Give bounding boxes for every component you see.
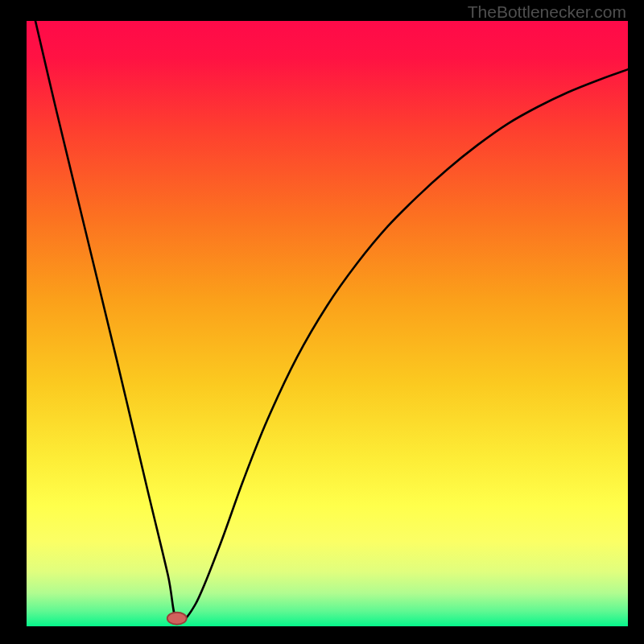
curve-layer [27, 21, 628, 626]
watermark-text: TheBottlenecker.com [468, 2, 626, 22]
bottleneck-curve [32, 21, 628, 621]
chart-stage: TheBottlenecker.com [0, 0, 644, 644]
optimal-point-marker [167, 613, 187, 625]
plot-area [27, 21, 628, 626]
